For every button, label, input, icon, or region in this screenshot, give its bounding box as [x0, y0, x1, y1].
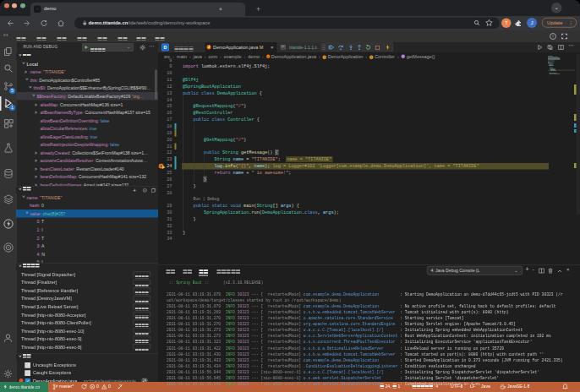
- svg-text:!: !: [552, 34, 553, 39]
